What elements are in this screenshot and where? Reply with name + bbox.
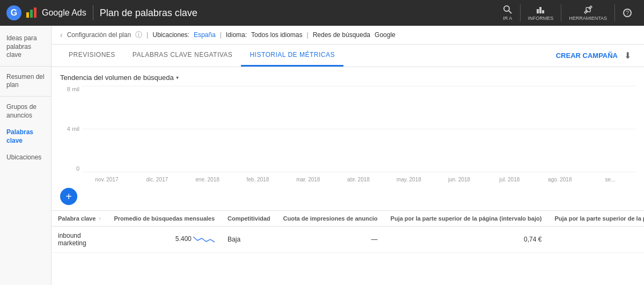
trend-sparkline [193, 234, 215, 245]
breadcrumb-bar: ‹ Configuración del plan ⓘ | Ubicaciones… [52, 26, 644, 45]
col-header-comp: Competitividad [221, 211, 276, 226]
keywords-table: Palabra clave ↑ Promedio de búsquedas me… [52, 210, 644, 253]
col-header-puja2: Puja por la parte superior de la página … [548, 211, 644, 226]
sidebar: Ideas para palabras clave Resumen del pl… [0, 26, 52, 285]
col-header-puja1: Puja por la parte superior de la página … [384, 211, 548, 226]
sidebar-item-grupos[interactable]: Grupos de anuncios [0, 99, 51, 124]
x-label: abr. 2018 [333, 177, 384, 182]
sidebar-item-ideas[interactable]: Ideas para palabras clave [0, 30, 51, 64]
svg-text:G: G [11, 8, 17, 17]
x-label: dic. 2017 [132, 177, 182, 182]
cell-puja1: 0,74 € [384, 226, 548, 253]
svg-text:?: ? [626, 10, 629, 16]
x-label: nov. 2017 [82, 177, 132, 182]
x-label: ago. 2018 [535, 177, 585, 182]
ads-chart-icon [26, 7, 38, 19]
sidebar-divider-2 [0, 96, 51, 97]
chart-title-row: Tendencia del volumen de búsqueda ▾ [60, 74, 635, 82]
logo-area: G Google Ads [6, 5, 86, 20]
sidebar-item-ubicaciones[interactable]: Ubicaciones [0, 149, 51, 166]
main-layout: Ideas para palabras clave Resumen del pl… [0, 26, 644, 285]
nav-icons: IR A INFORMES HERRAMIENTAS ? [497, 3, 638, 23]
col-header-keyword[interactable]: Palabra clave ↑ [52, 211, 107, 226]
nav-divider-1 [520, 4, 521, 21]
sidebar-item-resumen[interactable]: Resumen del plan [0, 69, 51, 94]
table-section: + Palabra clave ↑ Promedio de búsquedas … [52, 182, 644, 285]
cell-puja2: 2,43 € [548, 226, 644, 253]
google-ads-label: Google Ads [42, 8, 86, 18]
ir-a-button[interactable]: IR A [497, 3, 518, 23]
nav-divider [93, 5, 93, 20]
x-label: feb. 2018 [232, 177, 283, 182]
main-content: ‹ Configuración del plan ⓘ | Ubicaciones… [52, 26, 644, 285]
google-icon: G [6, 5, 21, 20]
svg-rect-2 [26, 12, 29, 18]
cell-quota: — [277, 226, 384, 253]
x-label: may. 2018 [384, 177, 434, 182]
tab-historial[interactable]: HISTORIAL DE MÉTRICAS [241, 45, 343, 67]
help-button[interactable]: ? [617, 6, 638, 20]
reports-icon [536, 5, 545, 14]
x-label: jul. 2018 [485, 177, 535, 182]
chart-y-axis: 8 mil 4 mil 0 [60, 86, 82, 172]
cell-comp: Baja [221, 226, 276, 253]
cell-avg: 5.400 [107, 226, 221, 253]
svg-rect-9 [542, 10, 544, 13]
add-btn-row: + [52, 182, 644, 210]
info-icon: ⓘ [135, 30, 142, 40]
tools-icon [583, 5, 593, 14]
herramientas-button[interactable]: HERRAMIENTAS [564, 3, 612, 23]
col-header-avg: Promedio de búsquedas mensuales [107, 211, 221, 226]
page-title: Plan de palabras clave [100, 8, 197, 19]
svg-rect-7 [537, 9, 539, 13]
svg-rect-8 [539, 7, 541, 13]
svg-rect-4 [34, 8, 36, 18]
chart-container: 8 mil 4 mil 0 nov. 2017dic. 2017 [60, 86, 635, 182]
svg-rect-10 [586, 8, 590, 12]
x-label: jun. 2018 [434, 177, 485, 182]
informes-button[interactable]: INFORMES [523, 3, 559, 23]
grid-line-bot [82, 172, 635, 172]
tabs-bar: PREVISIONES PALABRAS CLAVE NEGATIVAS HIS… [52, 45, 644, 67]
add-keyword-button[interactable]: + [60, 188, 77, 205]
svg-line-6 [509, 11, 511, 13]
sidebar-divider-1 [0, 66, 51, 67]
table-row: inbound marketing5.400 Baja—0,74 €2,43 € [52, 226, 644, 253]
table-header-row: Palabra clave ↑ Promedio de búsquedas me… [52, 211, 644, 226]
crear-campana-button[interactable]: CREAR CAMPAÑA [554, 47, 620, 64]
chart-area: nov. 2017dic. 2017ene. 2018feb. 2018mar.… [82, 86, 635, 182]
svg-rect-3 [30, 10, 33, 18]
x-label: ene. 2018 [182, 177, 233, 182]
tab-previsiones[interactable]: PREVISIONES [60, 45, 124, 67]
tab-negativas[interactable]: PALABRAS CLAVE NEGATIVAS [124, 45, 241, 67]
breadcrumb-back[interactable]: ‹ [60, 31, 63, 39]
svg-point-5 [504, 6, 509, 11]
chart-dropdown-icon[interactable]: ▾ [176, 75, 179, 81]
x-labels: nov. 2017dic. 2017ene. 2018feb. 2018mar.… [82, 177, 635, 182]
sort-icon: ↑ [98, 216, 101, 222]
cell-keyword: inbound marketing [52, 226, 107, 253]
nav-divider-2 [561, 4, 561, 21]
help-icon: ? [623, 8, 632, 18]
chart-section: Tendencia del volumen de búsqueda ▾ 8 mi… [52, 67, 644, 182]
col-header-quota: Cuota de impresiones de anuncio [277, 211, 384, 226]
x-label: se... [585, 177, 635, 182]
bars-container [82, 86, 635, 172]
sidebar-item-palabras[interactable]: Palabras clave [0, 124, 51, 149]
search-icon [503, 5, 513, 14]
download-icon: ⬇ [624, 51, 631, 60]
chart-title: Tendencia del volumen de búsqueda [60, 74, 174, 82]
nav-divider-3 [614, 4, 615, 21]
download-button[interactable]: ⬇ [620, 46, 635, 65]
top-navigation: G Google Ads Plan de palabras clave IR A… [0, 0, 644, 26]
x-label: mar. 2018 [283, 177, 333, 182]
